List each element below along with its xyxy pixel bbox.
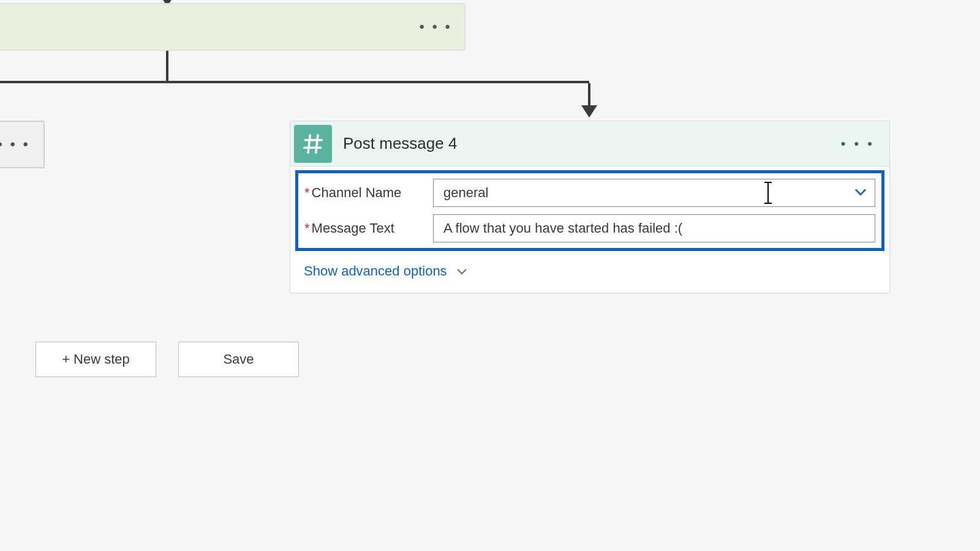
ellipsis-icon[interactable]: • • • [419,18,452,36]
new-step-button[interactable]: + New step [36,342,156,377]
slack-hash-icon [294,125,332,163]
param-label: * Channel Name [304,185,433,201]
required-asterisk: * [304,185,310,201]
action-card-post-message: Post message 4 • • • * Channel Name * Me… [290,121,890,293]
connector-line [166,51,168,83]
advanced-options-row: Show advanced options [290,255,889,293]
action-title: Post message 4 [343,134,457,153]
show-advanced-options-link[interactable]: Show advanced options [304,263,469,279]
message-text-input[interactable] [433,214,875,242]
param-label-text: Channel Name [312,185,402,201]
param-row-channel: * Channel Name [304,179,875,207]
bottom-button-row: + New step Save [36,342,299,377]
arrowhead-icon [581,105,597,118]
ellipsis-icon[interactable]: • • • [0,136,30,153]
save-button[interactable]: Save [178,342,299,377]
ellipsis-icon[interactable]: • • • [841,136,875,152]
branch-node[interactable]: • • • [0,121,45,168]
action-header[interactable]: Post message 4 • • • [290,121,889,167]
parameters-highlighted-region: * Channel Name * Message Text [295,170,884,251]
connector-line [588,83,590,108]
chevron-down-icon [454,264,469,279]
chevron-down-icon[interactable] [852,183,869,203]
param-label-text: Message Text [312,220,394,236]
param-label: * Message Text [304,220,433,236]
channel-name-input[interactable] [433,179,875,207]
connector-line [0,81,589,83]
advanced-options-label: Show advanced options [304,263,447,279]
param-row-message: * Message Text [304,214,875,242]
previous-step-card[interactable]: • • • [0,3,466,51]
required-asterisk: * [304,220,310,236]
